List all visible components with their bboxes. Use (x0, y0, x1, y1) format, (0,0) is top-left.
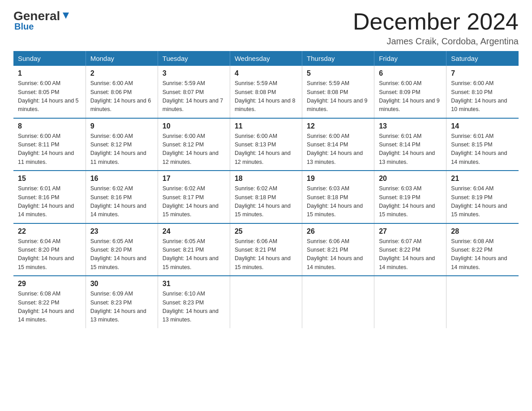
table-row: 21 Sunrise: 6:04 AM Sunset: 8:19 PM Dayl… (446, 171, 519, 223)
day-number: 12 (307, 122, 369, 130)
table-row: 12 Sunrise: 6:00 AM Sunset: 8:14 PM Dayl… (302, 118, 374, 171)
month-title: December 2024 (353, 9, 519, 34)
day-info: Sunrise: 6:04 AM Sunset: 8:19 PM Dayligh… (451, 184, 514, 219)
day-number: 1 (18, 69, 81, 77)
day-number: 23 (90, 227, 153, 235)
day-info: Sunrise: 6:06 AM Sunset: 8:21 PM Dayligh… (235, 237, 297, 272)
table-row (230, 276, 302, 328)
day-number: 13 (379, 122, 442, 130)
table-row: 24 Sunrise: 6:05 AM Sunset: 8:21 PM Dayl… (158, 223, 230, 276)
day-info: Sunrise: 6:00 AM Sunset: 8:05 PM Dayligh… (18, 79, 81, 114)
day-info: Sunrise: 6:01 AM Sunset: 8:14 PM Dayligh… (379, 132, 442, 167)
calendar-header-row: Sunday Monday Tuesday Wednesday Thursday… (13, 51, 519, 66)
day-number: 26 (307, 227, 369, 235)
day-number: 8 (18, 122, 81, 130)
day-number: 15 (18, 175, 81, 183)
table-row: 28 Sunrise: 6:08 AM Sunset: 8:22 PM Dayl… (446, 223, 519, 276)
day-info: Sunrise: 6:00 AM Sunset: 8:10 PM Dayligh… (451, 79, 514, 114)
calendar-week-row: 8 Sunrise: 6:00 AM Sunset: 8:11 PM Dayli… (13, 118, 519, 171)
calendar-week-row: 22 Sunrise: 6:04 AM Sunset: 8:20 PM Dayl… (13, 223, 519, 276)
calendar-week-row: 29 Sunrise: 6:08 AM Sunset: 8:22 PM Dayl… (13, 276, 519, 328)
col-wednesday: Wednesday (230, 51, 302, 66)
table-row: 3 Sunrise: 5:59 AM Sunset: 8:07 PM Dayli… (158, 66, 230, 118)
day-number: 4 (235, 69, 297, 77)
table-row: 20 Sunrise: 6:03 AM Sunset: 8:19 PM Dayl… (374, 171, 446, 223)
day-number: 16 (90, 175, 153, 183)
page-header: General Blue December 2024 James Craik, … (13, 9, 519, 47)
day-info: Sunrise: 6:07 AM Sunset: 8:22 PM Dayligh… (379, 237, 442, 272)
table-row: 25 Sunrise: 6:06 AM Sunset: 8:21 PM Dayl… (230, 223, 302, 276)
day-info: Sunrise: 6:08 AM Sunset: 8:22 PM Dayligh… (18, 290, 81, 325)
table-row: 11 Sunrise: 6:00 AM Sunset: 8:13 PM Dayl… (230, 118, 302, 171)
day-info: Sunrise: 6:05 AM Sunset: 8:21 PM Dayligh… (163, 237, 225, 272)
table-row: 30 Sunrise: 6:09 AM Sunset: 8:23 PM Dayl… (86, 276, 158, 328)
logo-triangle-icon (61, 11, 71, 21)
day-number: 25 (235, 227, 297, 235)
day-info: Sunrise: 6:00 AM Sunset: 8:06 PM Dayligh… (90, 79, 153, 114)
day-info: Sunrise: 6:02 AM Sunset: 8:18 PM Dayligh… (235, 184, 297, 219)
col-monday: Monday (86, 51, 158, 66)
day-info: Sunrise: 6:03 AM Sunset: 8:19 PM Dayligh… (379, 184, 442, 219)
col-thursday: Thursday (302, 51, 374, 66)
day-number: 5 (307, 69, 369, 77)
table-row: 6 Sunrise: 6:00 AM Sunset: 8:09 PM Dayli… (374, 66, 446, 118)
table-row: 16 Sunrise: 6:02 AM Sunset: 8:16 PM Dayl… (86, 171, 158, 223)
day-number: 31 (163, 280, 225, 288)
day-number: 30 (90, 280, 153, 288)
table-row: 7 Sunrise: 6:00 AM Sunset: 8:10 PM Dayli… (446, 66, 519, 118)
day-info: Sunrise: 6:03 AM Sunset: 8:18 PM Dayligh… (307, 184, 369, 219)
table-row: 4 Sunrise: 5:59 AM Sunset: 8:08 PM Dayli… (230, 66, 302, 118)
day-info: Sunrise: 6:00 AM Sunset: 8:13 PM Dayligh… (235, 132, 297, 167)
day-number: 27 (379, 227, 442, 235)
day-number: 22 (18, 227, 81, 235)
day-number: 14 (451, 122, 514, 130)
table-row: 31 Sunrise: 6:10 AM Sunset: 8:23 PM Dayl… (158, 276, 230, 328)
day-info: Sunrise: 6:00 AM Sunset: 8:12 PM Dayligh… (90, 132, 153, 167)
day-number: 19 (307, 175, 369, 183)
calendar-week-row: 1 Sunrise: 6:00 AM Sunset: 8:05 PM Dayli… (13, 66, 519, 118)
table-row: 8 Sunrise: 6:00 AM Sunset: 8:11 PM Dayli… (13, 118, 86, 171)
table-row: 2 Sunrise: 6:00 AM Sunset: 8:06 PM Dayli… (86, 66, 158, 118)
day-info: Sunrise: 6:02 AM Sunset: 8:16 PM Dayligh… (90, 184, 153, 219)
day-info: Sunrise: 6:00 AM Sunset: 8:11 PM Dayligh… (18, 132, 81, 167)
table-row: 5 Sunrise: 5:59 AM Sunset: 8:08 PM Dayli… (302, 66, 374, 118)
col-friday: Friday (374, 51, 446, 66)
svg-marker-0 (63, 13, 69, 19)
day-info: Sunrise: 6:00 AM Sunset: 8:14 PM Dayligh… (307, 132, 369, 167)
table-row: 10 Sunrise: 6:00 AM Sunset: 8:12 PM Dayl… (158, 118, 230, 171)
day-info: Sunrise: 6:01 AM Sunset: 8:16 PM Dayligh… (18, 184, 81, 219)
table-row: 22 Sunrise: 6:04 AM Sunset: 8:20 PM Dayl… (13, 223, 86, 276)
logo: General Blue (13, 9, 71, 32)
col-tuesday: Tuesday (158, 51, 230, 66)
day-info: Sunrise: 6:04 AM Sunset: 8:20 PM Dayligh… (18, 237, 81, 272)
table-row: 1 Sunrise: 6:00 AM Sunset: 8:05 PM Dayli… (13, 66, 86, 118)
day-info: Sunrise: 6:09 AM Sunset: 8:23 PM Dayligh… (90, 290, 153, 325)
day-info: Sunrise: 6:02 AM Sunset: 8:17 PM Dayligh… (163, 184, 225, 219)
day-number: 6 (379, 69, 442, 77)
day-info: Sunrise: 5:59 AM Sunset: 8:07 PM Dayligh… (163, 79, 225, 114)
day-number: 11 (235, 122, 297, 130)
day-number: 2 (90, 69, 153, 77)
table-row: 13 Sunrise: 6:01 AM Sunset: 8:14 PM Dayl… (374, 118, 446, 171)
table-row: 18 Sunrise: 6:02 AM Sunset: 8:18 PM Dayl… (230, 171, 302, 223)
day-number: 7 (451, 69, 514, 77)
day-number: 28 (451, 227, 514, 235)
logo-accent: Blue (14, 21, 34, 32)
day-info: Sunrise: 6:06 AM Sunset: 8:21 PM Dayligh… (307, 237, 369, 272)
table-row: 9 Sunrise: 6:00 AM Sunset: 8:12 PM Dayli… (86, 118, 158, 171)
table-row: 27 Sunrise: 6:07 AM Sunset: 8:22 PM Dayl… (374, 223, 446, 276)
day-number: 9 (90, 122, 153, 130)
calendar-table: Sunday Monday Tuesday Wednesday Thursday… (13, 51, 519, 328)
day-number: 20 (379, 175, 442, 183)
col-saturday: Saturday (446, 51, 519, 66)
day-number: 3 (163, 69, 225, 77)
calendar-week-row: 15 Sunrise: 6:01 AM Sunset: 8:16 PM Dayl… (13, 171, 519, 223)
table-row: 23 Sunrise: 6:05 AM Sunset: 8:20 PM Dayl… (86, 223, 158, 276)
table-row: 26 Sunrise: 6:06 AM Sunset: 8:21 PM Dayl… (302, 223, 374, 276)
day-number: 29 (18, 280, 81, 288)
day-number: 18 (235, 175, 297, 183)
day-info: Sunrise: 6:10 AM Sunset: 8:23 PM Dayligh… (163, 290, 225, 325)
day-info: Sunrise: 5:59 AM Sunset: 8:08 PM Dayligh… (307, 79, 369, 114)
table-row: 29 Sunrise: 6:08 AM Sunset: 8:22 PM Dayl… (13, 276, 86, 328)
table-row (374, 276, 446, 328)
